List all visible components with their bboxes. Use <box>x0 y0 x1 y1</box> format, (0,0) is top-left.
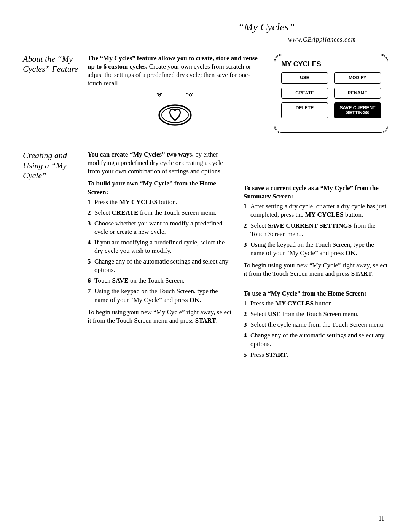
t: Select <box>250 310 268 318</box>
t: SAVE <box>112 277 129 284</box>
t: Select the cycle name from the Touch Scr… <box>250 321 388 329</box>
top-rule <box>23 46 388 46</box>
t: Touch <box>94 277 112 284</box>
mycycles-icon-wrap: MY CYCLES <box>88 93 263 129</box>
panel-btn-use[interactable]: USE <box>281 72 328 83</box>
mycycles-panel: MY CYCLES USE MODIFY CREATE RENAME DELET… <box>274 54 388 133</box>
t: MY CYCLES <box>305 211 344 218</box>
svg-text:MY CYCLES: MY CYCLES <box>156 93 194 98</box>
t: CREATE <box>112 209 139 216</box>
panel-btn-create[interactable]: CREATE <box>281 88 328 99</box>
t: MY CYCLES <box>119 198 158 206</box>
t: . <box>216 317 218 324</box>
t: MY CYCLES <box>275 300 314 307</box>
t: START <box>266 351 287 358</box>
section-creating: Creating and Using a “My Cycle” You can … <box>23 150 388 363</box>
t: Change any of the automatic settings and… <box>250 331 388 348</box>
t: button. <box>343 211 363 218</box>
left-col: You can create “My Cycles” two ways, by … <box>88 150 232 363</box>
t: Select <box>94 209 112 216</box>
section-heading-creating: Creating and Using a “My Cycle” <box>23 150 88 181</box>
right-subhead-1: To save a current cycle as a “My Cycle” … <box>244 184 388 201</box>
section-about: About the “My Cycles” Feature The “My Cy… <box>23 54 388 133</box>
t: . <box>372 270 374 277</box>
panel-btn-rename[interactable]: RENAME <box>334 88 381 99</box>
panel-btn-modify[interactable]: MODIFY <box>334 72 381 83</box>
svg-point-1 <box>159 105 191 125</box>
section-heading-about: About the “My Cycles” Feature <box>23 54 88 74</box>
page-title: “My Cycles” <box>145 21 388 33</box>
t: Select <box>250 222 268 229</box>
t: START <box>351 270 372 277</box>
t: . <box>355 249 357 257</box>
right-steps-2: 1Press the MY CYCLES button. 2Select USE… <box>244 299 388 359</box>
right-subhead-2: To use a “My Cycle” from the Home Screen… <box>244 289 388 298</box>
page-number: 11 <box>379 515 384 522</box>
t: from the Touch Screen menu. <box>280 310 358 318</box>
mid-rule <box>84 141 388 141</box>
t: on the Touch Screen. <box>129 277 185 284</box>
t: . <box>199 296 201 304</box>
panel-btn-delete[interactable]: DELETE <box>281 102 328 118</box>
right-steps-1: 1After setting a dry cycle, or after a d… <box>244 202 388 257</box>
t: SAVE CURRENT SETTINGS <box>268 222 352 229</box>
right-col: To save a current cycle as a “My Cycle” … <box>244 150 388 363</box>
t: Change any of the automatic settings and… <box>94 257 232 274</box>
t: . <box>287 351 288 358</box>
t: button. <box>314 300 333 307</box>
panel-title: MY CYCLES <box>281 60 381 69</box>
t: from the Touch Screen menu. <box>138 209 216 216</box>
t: OK <box>346 249 355 257</box>
mycycles-heart-icon: MY CYCLES <box>147 93 204 127</box>
t: Press the <box>250 300 275 307</box>
left-subhead: To build your own “My Cycle” from the Ho… <box>88 179 232 196</box>
about-text-col: The “My Cycles” feature allows you to cr… <box>88 54 263 133</box>
panel-btn-save-current[interactable]: SAVE CURRENT SETTINGS <box>334 102 381 118</box>
url-text: www.GEAppliances.com <box>23 36 388 43</box>
t: OK <box>190 296 199 304</box>
t: USE <box>268 310 280 318</box>
t: START <box>195 317 216 324</box>
t: Choose whether you want to modify a pred… <box>94 219 232 236</box>
left-intro-bold: You can create “My Cycles” two ways, <box>88 151 194 158</box>
left-steps: 1Press the MY CYCLES button. 2Select CRE… <box>88 198 232 304</box>
icon-arc-text: MY CYCLES <box>156 93 194 98</box>
t: button. <box>158 198 177 206</box>
t: If you are modifying a predefined cycle,… <box>94 238 232 255</box>
t: Press <box>250 351 266 358</box>
t: Press the <box>94 198 119 206</box>
panel-col: MY CYCLES USE MODIFY CREATE RENAME DELET… <box>274 54 388 133</box>
